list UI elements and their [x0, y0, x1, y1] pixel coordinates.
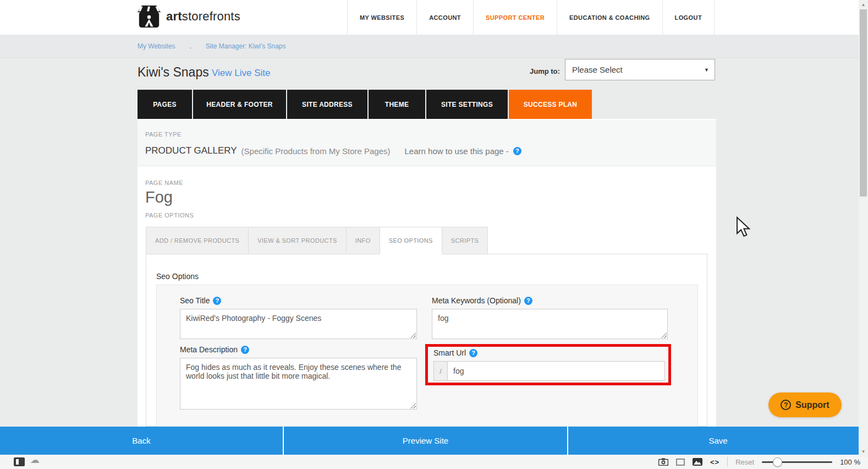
nav-my-websites[interactable]: MY WEBSITES [347, 0, 416, 35]
code-icon[interactable]: <> [710, 458, 719, 466]
meta-keywords-input[interactable]: fog [432, 309, 667, 339]
support-button[interactable]: ? Support [768, 392, 842, 417]
artstorefronts-logo[interactable]: artstorefronts [136, 4, 240, 29]
title-row: Kiwi's Snaps View Live Site Jump to: Ple… [0, 58, 859, 90]
seo-options-panel: Seo Options Seo Title ? KiwiRed's Photog… [146, 254, 707, 427]
support-label: Support [795, 400, 829, 410]
meta-description-input[interactable]: Fog hides as much as it reveals. Enjoy t… [180, 358, 416, 409]
top-nav: MY WEBSITES ACCOUNT SUPPORT CENTER EDUCA… [347, 0, 715, 35]
page-options-tabs: ADD / REMOVE PRODUCTS VIEW & SORT PRODUC… [146, 227, 488, 254]
status-bar: ☁ <> Reset 100 % [0, 455, 868, 469]
chevron-down-icon: ▼ [704, 67, 709, 73]
smart-url-group: / [433, 361, 665, 381]
footer-action-bar: Back Preview Site Save [0, 427, 868, 455]
image-icon[interactable] [693, 458, 702, 466]
page-type-note: (Specific Products from My Store Pages) [241, 146, 391, 156]
meta-keywords-label: Meta Keywords (Optional) ? [432, 296, 532, 305]
nav-account[interactable]: ACCOUNT [416, 0, 473, 35]
storefront-icon [136, 4, 162, 29]
help-icon[interactable]: ? [524, 297, 532, 305]
page-name-label: PAGE NAME [145, 179, 183, 186]
back-button[interactable]: Back [0, 427, 283, 455]
page-name-value: Fog [145, 188, 173, 206]
nav-education-coaching[interactable]: EDUCATION & COACHING [557, 0, 662, 35]
page-title: Kiwi's Snaps [138, 65, 209, 80]
subtab-add-remove-products[interactable]: ADD / REMOVE PRODUCTS [146, 227, 248, 254]
tab-pages[interactable]: PAGES [138, 90, 192, 119]
meta-keywords-field-wrap: fog [432, 309, 668, 339]
breadcrumb-separator: . [189, 42, 191, 50]
help-icon[interactable]: ? [213, 297, 221, 305]
subtab-scripts[interactable]: SCRIPTS [442, 227, 488, 254]
jump-to-select[interactable]: Please Select ▼ [565, 59, 715, 80]
page-options-label: PAGE OPTIONS [145, 212, 194, 219]
breadcrumb-site-manager[interactable]: Site Manager: Kiwi's Snaps [206, 42, 286, 50]
page-type-label: PAGE TYPE [145, 131, 182, 138]
tab-site-address[interactable]: SITE ADDRESS [287, 90, 367, 119]
content-card: PAGE TYPE PRODUCT GALLERY (Specific Prod… [138, 119, 716, 427]
page-type-section: PAGE TYPE PRODUCT GALLERY (Specific Prod… [138, 120, 716, 166]
panel-toggle-icon[interactable] [14, 457, 25, 466]
region-select-icon[interactable] [676, 459, 685, 466]
save-button[interactable]: Save [568, 427, 868, 455]
cloud-icon[interactable]: ☁ [30, 454, 40, 466]
meta-description-field-wrap: Fog hides as much as it reveals. Enjoy t… [180, 358, 417, 410]
camera-icon[interactable] [658, 458, 668, 466]
help-icon[interactable]: ? [513, 147, 521, 155]
question-circle-icon: ? [781, 400, 791, 410]
smart-url-label: Smart Url ? [433, 348, 477, 357]
divider [727, 457, 728, 467]
scrollbar-thumb[interactable] [860, 9, 867, 197]
vertical-scrollbar[interactable]: ▲ ▼ [859, 0, 868, 457]
help-icon[interactable]: ? [241, 346, 249, 354]
smart-url-prefix: / [433, 361, 447, 381]
seo-title-label: Seo Title ? [180, 296, 221, 305]
scroll-down-arrow-icon[interactable]: ▼ [859, 447, 868, 456]
reset-button[interactable]: Reset [735, 458, 754, 466]
subtab-view-sort-products[interactable]: VIEW & SORT PRODUCTS [248, 227, 346, 254]
seo-title-input[interactable]: KiwiRed's Photography - Foggy Scenes [180, 309, 416, 339]
top-header: artstorefronts MY WEBSITES ACCOUNT SUPPO… [0, 0, 859, 35]
tab-header-footer[interactable]: HEADER & FOOTER [193, 90, 286, 119]
seo-form: Seo Title ? KiwiRed's Photography - Fogg… [156, 285, 698, 427]
jump-to-value: Please Select [572, 65, 623, 74]
preview-site-button[interactable]: Preview Site [284, 427, 567, 455]
nav-support-center[interactable]: SUPPORT CENTER [473, 0, 557, 35]
seo-options-heading: Seo Options [156, 272, 199, 281]
nav-logout[interactable]: LOGOUT [662, 0, 715, 35]
seo-title-field-wrap: KiwiRed's Photography - Foggy Scenes [180, 309, 417, 339]
zoom-percentage: 100 % [840, 458, 860, 466]
breadcrumb: My Websites . Site Manager: Kiwi's Snaps [0, 35, 859, 58]
tab-site-settings[interactable]: SITE SETTINGS [426, 90, 508, 119]
smart-url-highlight-box: Smart Url ? / [425, 344, 671, 385]
subtab-seo-options[interactable]: SEO OPTIONS [380, 227, 442, 254]
help-icon[interactable]: ? [469, 349, 477, 357]
jump-to-label: Jump to: [530, 67, 560, 75]
meta-description-label: Meta Description ? [180, 345, 249, 354]
scroll-up-arrow-icon[interactable]: ▲ [859, 0, 868, 9]
breadcrumb-my-websites[interactable]: My Websites [138, 42, 175, 50]
page-type-value: PRODUCT GALLERY [145, 145, 237, 156]
logo-wordmark: artstorefronts [166, 9, 240, 24]
view-live-site-link[interactable]: View Live Site [212, 68, 270, 79]
mouse-cursor [736, 216, 751, 237]
main-tabs: PAGES HEADER & FOOTER SITE ADDRESS THEME… [138, 90, 592, 119]
subtab-info[interactable]: INFO [346, 227, 380, 254]
zoom-slider[interactable] [762, 455, 832, 469]
site-manager-page: artstorefronts MY WEBSITES ACCOUNT SUPPO… [0, 0, 868, 469]
tab-success-plan[interactable]: SUCCESS PLAN [509, 90, 592, 119]
page-type-help-text: Learn how to use this page - [405, 146, 509, 156]
smart-url-input[interactable] [447, 361, 665, 381]
tab-theme[interactable]: THEME [369, 90, 425, 119]
slider-knob[interactable] [773, 457, 782, 467]
